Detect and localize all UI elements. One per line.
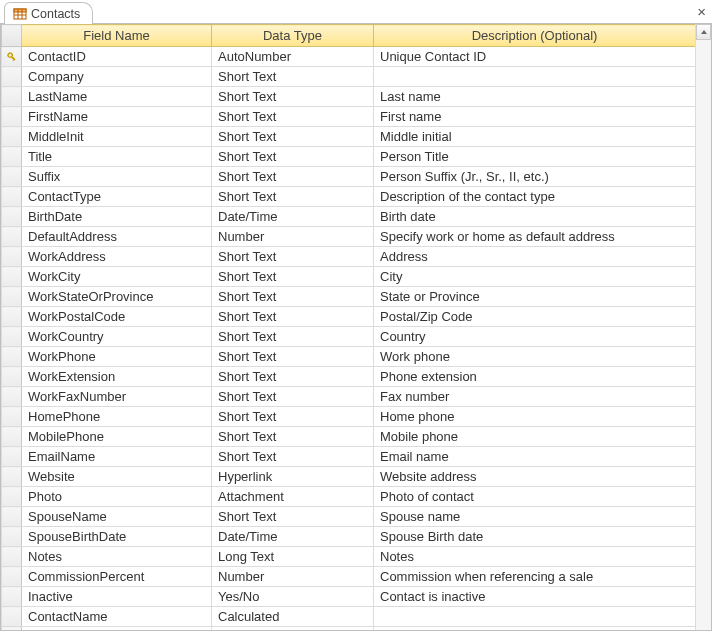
field-name-cell[interactable]: Title <box>22 147 212 167</box>
data-type-cell[interactable]: Short Text <box>212 167 374 187</box>
row-selector[interactable] <box>2 127 22 147</box>
row-selector[interactable] <box>2 367 22 387</box>
data-type-cell[interactable]: Attachment <box>212 487 374 507</box>
field-name-cell[interactable]: Website <box>22 467 212 487</box>
tab-contacts[interactable]: Contacts <box>4 2 93 24</box>
data-type-cell[interactable]: Short Text <box>212 447 374 467</box>
field-name-cell[interactable]: WorkPhone <box>22 347 212 367</box>
data-type-cell[interactable]: Short Text <box>212 427 374 447</box>
description-cell[interactable]: Mobile phone <box>374 427 696 447</box>
data-type-cell[interactable]: Number <box>212 567 374 587</box>
data-type-cell[interactable]: Calculated <box>212 627 374 631</box>
col-header-field-name[interactable]: Field Name <box>22 25 212 47</box>
field-name-cell[interactable]: MiddleInit <box>22 127 212 147</box>
data-type-cell[interactable]: Short Text <box>212 187 374 207</box>
data-type-cell[interactable]: Short Text <box>212 287 374 307</box>
data-type-cell[interactable]: Short Text <box>212 327 374 347</box>
row-selector[interactable] <box>2 327 22 347</box>
vertical-scrollbar[interactable] <box>695 24 711 630</box>
field-name-cell[interactable]: MobilePhone <box>22 427 212 447</box>
data-type-cell[interactable]: Short Text <box>212 347 374 367</box>
description-cell[interactable]: Middle initial <box>374 127 696 147</box>
description-cell[interactable]: Person Title <box>374 147 696 167</box>
row-selector[interactable] <box>2 427 22 447</box>
row-selector[interactable] <box>2 627 22 631</box>
data-type-cell[interactable]: Number <box>212 227 374 247</box>
field-name-cell[interactable]: WorkStateOrProvince <box>22 287 212 307</box>
data-type-cell[interactable]: Short Text <box>212 127 374 147</box>
field-name-cell[interactable]: WorkFaxNumber <box>22 387 212 407</box>
row-selector[interactable] <box>2 347 22 367</box>
description-cell[interactable]: Specify work or home as default address <box>374 227 696 247</box>
row-selector[interactable] <box>2 167 22 187</box>
description-cell[interactable]: Email name <box>374 447 696 467</box>
description-cell[interactable]: State or Province <box>374 287 696 307</box>
field-name-cell[interactable]: FirstName <box>22 107 212 127</box>
field-name-cell[interactable]: EmailName <box>22 447 212 467</box>
row-selector[interactable] <box>2 587 22 607</box>
row-selector[interactable] <box>2 607 22 627</box>
row-selector[interactable] <box>2 267 22 287</box>
field-name-cell[interactable]: WorkCity <box>22 267 212 287</box>
data-type-cell[interactable]: Calculated <box>212 607 374 627</box>
description-cell[interactable]: Commission when referencing a sale <box>374 567 696 587</box>
field-name-cell[interactable]: DefaultAddress <box>22 227 212 247</box>
field-name-cell[interactable]: LastName <box>22 87 212 107</box>
description-cell[interactable]: Home phone <box>374 407 696 427</box>
field-name-cell[interactable]: ContactName <box>22 607 212 627</box>
description-cell[interactable]: Spouse Birth date <box>374 527 696 547</box>
row-selector[interactable] <box>2 547 22 567</box>
row-selector[interactable] <box>2 107 22 127</box>
data-type-cell[interactable]: Short Text <box>212 507 374 527</box>
col-header-description[interactable]: Description (Optional) <box>374 25 696 47</box>
description-cell[interactable] <box>374 67 696 87</box>
field-name-cell[interactable]: WorkPostalCode <box>22 307 212 327</box>
row-selector[interactable] <box>2 307 22 327</box>
description-cell[interactable]: Unique Contact ID <box>374 47 696 67</box>
data-type-cell[interactable]: Hyperlink <box>212 467 374 487</box>
field-name-cell[interactable]: Inactive <box>22 587 212 607</box>
description-cell[interactable]: Work phone <box>374 347 696 367</box>
field-name-cell[interactable]: BirthDate <box>22 207 212 227</box>
data-type-cell[interactable]: Short Text <box>212 407 374 427</box>
field-name-cell[interactable]: SpouseName <box>22 507 212 527</box>
field-name-cell[interactable]: HomePhone <box>22 407 212 427</box>
col-header-data-type[interactable]: Data Type <box>212 25 374 47</box>
description-cell[interactable]: Country <box>374 327 696 347</box>
row-selector[interactable] <box>2 67 22 87</box>
close-icon[interactable]: × <box>697 4 706 19</box>
description-cell[interactable]: Notes <box>374 547 696 567</box>
field-name-cell[interactable]: ContactType <box>22 187 212 207</box>
row-selector[interactable] <box>2 287 22 307</box>
field-name-cell[interactable]: FileAs <box>22 627 212 631</box>
description-cell[interactable]: Last name <box>374 87 696 107</box>
row-selector-header[interactable] <box>2 25 22 47</box>
row-selector[interactable] <box>2 227 22 247</box>
data-type-cell[interactable]: Short Text <box>212 367 374 387</box>
scroll-track[interactable] <box>696 40 711 630</box>
description-cell[interactable]: Phone extension <box>374 367 696 387</box>
row-selector[interactable] <box>2 207 22 227</box>
field-name-cell[interactable]: WorkAddress <box>22 247 212 267</box>
row-selector[interactable] <box>2 567 22 587</box>
row-selector[interactable] <box>2 147 22 167</box>
description-cell[interactable]: Birth date <box>374 207 696 227</box>
description-cell[interactable]: Address <box>374 247 696 267</box>
scroll-up-button[interactable] <box>696 24 711 40</box>
row-selector[interactable] <box>2 467 22 487</box>
row-selector[interactable] <box>2 447 22 467</box>
data-type-cell[interactable]: Short Text <box>212 87 374 107</box>
description-cell[interactable] <box>374 607 696 627</box>
field-name-cell[interactable]: WorkCountry <box>22 327 212 347</box>
data-type-cell[interactable]: Short Text <box>212 247 374 267</box>
data-type-cell[interactable]: Short Text <box>212 387 374 407</box>
field-name-cell[interactable]: Notes <box>22 547 212 567</box>
data-type-cell[interactable]: Date/Time <box>212 207 374 227</box>
description-cell[interactable]: Spouse name <box>374 507 696 527</box>
data-type-cell[interactable]: Date/Time <box>212 527 374 547</box>
description-cell[interactable]: Person Suffix (Jr., Sr., II, etc.) <box>374 167 696 187</box>
description-cell[interactable]: Postal/Zip Code <box>374 307 696 327</box>
data-type-cell[interactable]: Short Text <box>212 307 374 327</box>
field-name-cell[interactable]: SpouseBirthDate <box>22 527 212 547</box>
description-cell[interactable]: First name <box>374 107 696 127</box>
